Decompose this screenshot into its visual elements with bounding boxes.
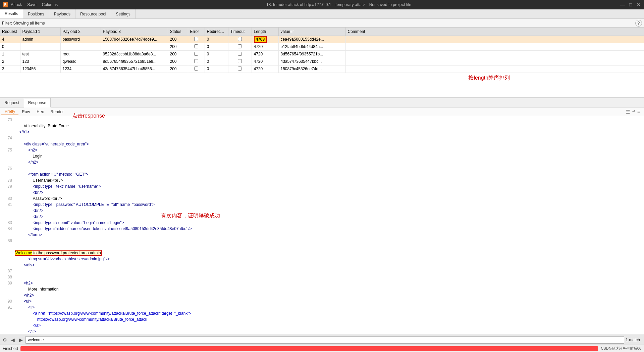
col-header-value[interactable]: value=' bbox=[278, 28, 345, 36]
col-header-comment[interactable]: Comment bbox=[345, 28, 644, 36]
menu-columns[interactable]: Columns bbox=[42, 2, 58, 7]
req-resp-tabs: Request Response bbox=[0, 98, 644, 107]
search-icons: ⚙ ◀ ▶ bbox=[1, 337, 24, 343]
code-line: </h2> bbox=[3, 159, 641, 165]
search-next-icon[interactable]: ▶ bbox=[17, 337, 24, 343]
code-line: <div class="vulnerable_code_area"> bbox=[3, 141, 641, 147]
col-header-timeout[interactable]: Timeout bbox=[228, 28, 252, 36]
code-line: <br /> bbox=[3, 214, 641, 220]
list-icon[interactable]: ☰ bbox=[626, 109, 630, 115]
code-line: </h1> bbox=[3, 129, 641, 135]
status-progress-inner bbox=[20, 346, 598, 351]
match-count: 1 match bbox=[626, 338, 643, 342]
code-line: 86 bbox=[3, 238, 641, 244]
code-line: <a href="https://owasp.org/www-community… bbox=[3, 310, 641, 316]
window-controls: — □ ✕ bbox=[620, 2, 641, 7]
code-line: 87 bbox=[3, 268, 641, 274]
code-line: 76 bbox=[3, 165, 641, 171]
code-line: </a> bbox=[3, 322, 641, 328]
menu-attack[interactable]: Attack bbox=[11, 2, 22, 7]
minimize-button[interactable]: — bbox=[620, 2, 625, 7]
status-bar: Finished CSDN@达河鱼生前后06 bbox=[0, 345, 644, 352]
code-line: 80 Password:<br /> bbox=[3, 195, 641, 202]
filter-text: Filter: Showing all Items bbox=[2, 21, 635, 26]
ln-icon[interactable]: ↵ bbox=[632, 109, 635, 115]
table-row[interactable]: 1testroot95282d3ccbbf1b88da8a6e8...20004… bbox=[0, 50, 644, 58]
table-row[interactable]: 020004720e12fab84bd5b44d84a... bbox=[0, 43, 644, 50]
code-line: 90 <ul> bbox=[3, 298, 641, 304]
status-finished: Finished bbox=[3, 346, 18, 351]
view-tab-pretty[interactable]: Pretty bbox=[1, 108, 18, 115]
menu-icon[interactable]: ≡ bbox=[637, 109, 640, 115]
response-code-content[interactable]: 73 Vulnerability: Brute Force </h1>74 <d… bbox=[0, 116, 644, 335]
col-header-request[interactable]: Request bbox=[0, 28, 20, 36]
search-input[interactable] bbox=[25, 336, 624, 344]
view-tab-hex[interactable]: Hex bbox=[33, 109, 47, 115]
app-icon: B bbox=[3, 2, 8, 7]
window-title: 18. Intruder attack of http://127.0.0.1 … bbox=[58, 2, 620, 7]
annotation-response: 点击response bbox=[72, 113, 105, 120]
col-header-payload2[interactable]: Payload 2 bbox=[60, 28, 101, 36]
col-header-payload1[interactable]: Payload 1 bbox=[20, 28, 60, 36]
code-line: 91 <li> bbox=[3, 304, 641, 310]
code-line: 75 <h2> bbox=[3, 147, 641, 153]
annotation-sort: 按length降序排列 bbox=[468, 75, 510, 82]
titlebar: B Attack Save Columns 18. Intruder attac… bbox=[0, 0, 644, 9]
view-tab-raw[interactable]: Raw bbox=[18, 109, 33, 115]
code-line: 83 <input type="submit" value="Login" na… bbox=[3, 220, 641, 226]
code-line: 89 <h2> bbox=[3, 280, 641, 286]
col-header-redirect[interactable]: Redirec... bbox=[205, 28, 228, 36]
code-line: 84 <input type='hidden' name='user_token… bbox=[3, 226, 641, 232]
tab-positions[interactable]: Positions bbox=[23, 9, 49, 18]
code-line: Login bbox=[3, 153, 641, 159]
code-line: More Information bbox=[3, 286, 641, 292]
tab-payloads[interactable]: Payloads bbox=[49, 9, 75, 18]
status-progress-bar bbox=[20, 346, 598, 351]
table-row[interactable]: 4adminpassword150879c45326ee74d74dce9...… bbox=[0, 36, 644, 43]
filter-help-button[interactable]: ? bbox=[635, 20, 642, 27]
search-settings-icon[interactable]: ⚙ bbox=[1, 337, 8, 343]
main-tabs: Results Positions Payloads Resource pool… bbox=[0, 9, 644, 19]
code-line: 79 <input type="text" name="username"> bbox=[3, 183, 641, 189]
tab-resource-pool[interactable]: Resource pool bbox=[75, 9, 111, 18]
code-line: Vulnerability: Brute Force bbox=[3, 123, 641, 129]
tab-request[interactable]: Request bbox=[0, 98, 24, 107]
tab-response[interactable]: Response bbox=[24, 98, 51, 107]
code-line: <form action="#" method="GET"> bbox=[3, 171, 641, 177]
code-line: </div> bbox=[3, 262, 641, 268]
code-line: Welcome to the password protected area a… bbox=[3, 244, 641, 256]
col-header-error[interactable]: Error bbox=[188, 28, 205, 36]
table-row[interactable]: 3123456123443a57473635447bbc45856...2000… bbox=[0, 65, 644, 73]
code-line: </h2> bbox=[3, 292, 641, 298]
col-header-length[interactable]: Length bbox=[252, 28, 278, 36]
tab-results[interactable]: Results bbox=[0, 9, 23, 18]
view-tab-render[interactable]: Render bbox=[47, 109, 67, 115]
tab-settings[interactable]: Settings bbox=[111, 9, 135, 18]
code-line: <br /> bbox=[3, 208, 641, 214]
table-row[interactable]: 2123qweasd8d567654f99355721b851e9...2000… bbox=[0, 58, 644, 65]
results-table: Request Payload 1 Payload 2 Payload 3 St… bbox=[0, 28, 644, 73]
code-line: 88 bbox=[3, 274, 641, 280]
menu-save[interactable]: Save bbox=[27, 2, 36, 7]
code-line: 81 <input type="password" AUTOCOMPLETE="… bbox=[3, 202, 641, 208]
col-header-payload3[interactable]: Payload 3 bbox=[101, 28, 168, 36]
titlebar-menu: Attack Save Columns bbox=[11, 2, 58, 7]
code-line: </form> bbox=[3, 232, 641, 238]
filter-bar: Filter: Showing all Items ? bbox=[0, 19, 644, 28]
results-table-section: Request Payload 1 Payload 2 Payload 3 St… bbox=[0, 28, 644, 98]
annotation-success: 有次内容，证明爆破成功 bbox=[161, 212, 220, 219]
search-bar: ⚙ ◀ ▶ 1 match bbox=[0, 335, 644, 345]
close-button[interactable]: ✕ bbox=[636, 2, 641, 7]
req-resp-section: Request Response Pretty Raw Hex Render ☰… bbox=[0, 98, 644, 335]
status-right-text: CSDN@达河鱼生前后06 bbox=[601, 346, 641, 351]
code-line: 74 bbox=[3, 135, 641, 141]
main-area: 按length降序排列 点击response 有次内容，证明爆破成功 Reque… bbox=[0, 28, 644, 352]
code-line: <img src="/dvva/hackable/users/admin.jpg… bbox=[3, 256, 641, 262]
search-prev-icon[interactable]: ◀ bbox=[9, 337, 16, 343]
code-line: https://owasp.org/www-community/attacks/… bbox=[3, 316, 641, 322]
code-line: <br /> bbox=[3, 189, 641, 195]
code-line: </li> bbox=[3, 328, 641, 335]
code-line: 78 Username:<br /> bbox=[3, 177, 641, 183]
maximize-button[interactable]: □ bbox=[628, 2, 633, 7]
col-header-status[interactable]: Status bbox=[168, 28, 188, 36]
